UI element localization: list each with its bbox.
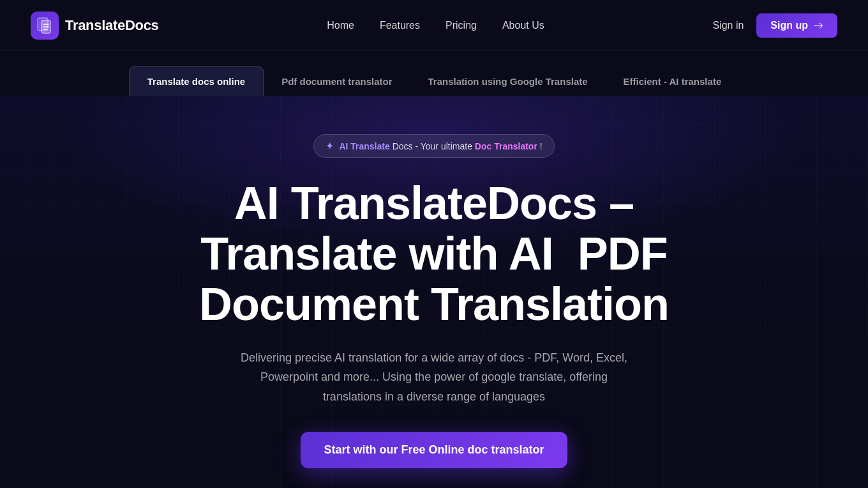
nav-links: Home Features Pricing About Us bbox=[327, 20, 544, 31]
nav-home[interactable]: Home bbox=[327, 20, 354, 31]
hero-subtitle: Delivering precise AI translation for a … bbox=[236, 348, 632, 407]
tab-pdf-translator[interactable]: Pdf document translator bbox=[264, 66, 410, 96]
nav-pricing[interactable]: Pricing bbox=[445, 20, 477, 31]
hero-section: ✦ AI Translate Docs - Your ultimate Doc … bbox=[0, 96, 868, 488]
tab-translate-docs[interactable]: Translate docs online bbox=[129, 66, 264, 96]
sign-up-button[interactable]: Sign up bbox=[756, 13, 837, 38]
hero-title: AI TranslateDocs – Translate with AI PDF… bbox=[147, 178, 721, 330]
spark-icon: ✦ bbox=[326, 140, 334, 152]
sign-in-button[interactable]: Sign in bbox=[712, 20, 744, 31]
tabs-bar: Translate docs online Pdf document trans… bbox=[0, 51, 868, 96]
cta-button[interactable]: Start with our Free Online doc translato… bbox=[301, 432, 567, 468]
nav-features[interactable]: Features bbox=[380, 20, 420, 31]
logo-text: TranslateDocs bbox=[65, 17, 159, 34]
logo-icon bbox=[31, 11, 59, 40]
badge-text: AI Translate Docs - Your ultimate Doc Tr… bbox=[339, 141, 542, 151]
hero-badge: ✦ AI Translate Docs - Your ultimate Doc … bbox=[313, 134, 554, 158]
nav-about[interactable]: About Us bbox=[502, 20, 544, 31]
tab-efficient-ai[interactable]: Efficient - AI translate bbox=[606, 66, 740, 96]
nav-actions: Sign in Sign up bbox=[712, 13, 837, 38]
logo[interactable]: TranslateDocs bbox=[31, 11, 159, 40]
navbar: TranslateDocs Home Features Pricing Abou… bbox=[0, 0, 868, 51]
arrow-right-icon bbox=[813, 20, 823, 31]
tab-google-translate[interactable]: Translation using Google Translate bbox=[410, 66, 606, 96]
